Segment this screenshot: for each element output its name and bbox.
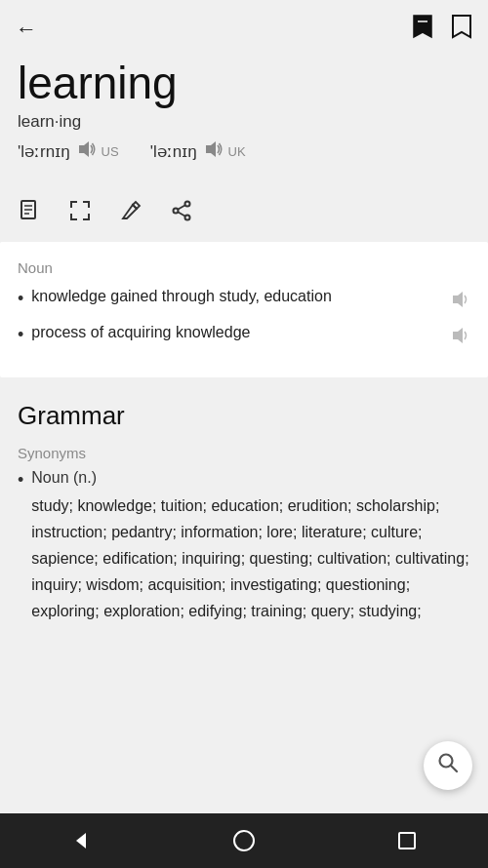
nav-recent-square — [398, 832, 416, 849]
bookmark-outline-icon[interactable] — [451, 14, 472, 45]
svg-marker-2 — [206, 141, 216, 157]
svg-point-8 — [185, 201, 190, 206]
grammar-title: Grammar — [18, 401, 470, 431]
grammar-section: Grammar Synonyms • Noun (n.) study; know… — [0, 385, 488, 625]
definition-item-2: • process of acquiring knowledge — [18, 324, 470, 350]
svg-line-16 — [451, 766, 457, 771]
bullet-1: • — [18, 289, 23, 309]
nav-back-button[interactable] — [61, 821, 101, 860]
svg-point-9 — [174, 208, 179, 213]
word-syllable: learn·ing — [18, 112, 470, 132]
svg-line-12 — [179, 212, 185, 216]
phonetic-uk: 'ləːnɪŋ — [150, 141, 197, 162]
definition-text-1: knowledge gained through study, educatio… — [31, 288, 443, 305]
svg-point-10 — [185, 215, 190, 219]
nav-home-button[interactable] — [224, 821, 264, 860]
locale-uk: UK — [228, 144, 246, 159]
nav-recent-button[interactable] — [387, 821, 427, 860]
pronunciation-us: 'ləːrnɪŋ US — [18, 139, 119, 164]
nav-home-circle — [233, 830, 255, 851]
word-header: learning learn·ing 'ləːrnɪŋ US 'ləːnɪŋ — [0, 59, 488, 191]
speaker-us-icon[interactable] — [76, 139, 96, 164]
expand-icon[interactable] — [68, 199, 92, 228]
document-icon[interactable] — [18, 199, 41, 228]
back-button[interactable]: ← — [16, 17, 37, 42]
search-icon — [436, 751, 460, 780]
def-speaker-2-icon[interactable] — [451, 326, 470, 350]
definition-text-2: process of acquiring knowledge — [31, 324, 443, 341]
locale-us: US — [102, 144, 119, 159]
svg-marker-14 — [453, 328, 463, 343]
phonetic-us: 'ləːrnɪŋ — [18, 141, 70, 162]
synonyms-label: Synonyms — [18, 445, 470, 461]
edit-icon[interactable] — [119, 199, 142, 228]
toolbar — [0, 191, 488, 242]
svg-marker-13 — [453, 292, 463, 307]
svg-marker-1 — [79, 141, 89, 157]
pronunciation-row: 'ləːrnɪŋ US 'ləːnɪŋ UK — [18, 139, 470, 164]
synonym-group: • Noun (n.) study; knowledge; tuition; e… — [18, 469, 470, 625]
svg-line-11 — [179, 205, 185, 209]
definition-card: Noun • knowledge gained through study, e… — [0, 242, 488, 377]
synonym-bullet: • — [18, 470, 23, 491]
pronunciation-uk: 'ləːnɪŋ UK — [150, 139, 246, 164]
synonym-text: study; knowledge; tuition; education; er… — [31, 493, 470, 625]
top-bar: ← — [0, 0, 488, 59]
bullet-2: • — [18, 325, 23, 345]
word-title: learning — [18, 59, 470, 108]
top-icons — [412, 14, 472, 45]
bottom-nav — [0, 813, 488, 868]
synonym-noun-label: Noun (n.) — [31, 469, 470, 487]
search-fab-button[interactable] — [424, 741, 472, 790]
share-icon[interactable] — [170, 199, 193, 228]
def-speaker-1-icon[interactable] — [451, 290, 470, 314]
svg-marker-17 — [76, 833, 86, 848]
speaker-uk-icon[interactable] — [203, 139, 223, 164]
definition-item-1: • knowledge gained through study, educat… — [18, 288, 470, 314]
pos-label: Noun — [18, 259, 470, 276]
bookmark-filled-icon[interactable] — [412, 14, 433, 45]
